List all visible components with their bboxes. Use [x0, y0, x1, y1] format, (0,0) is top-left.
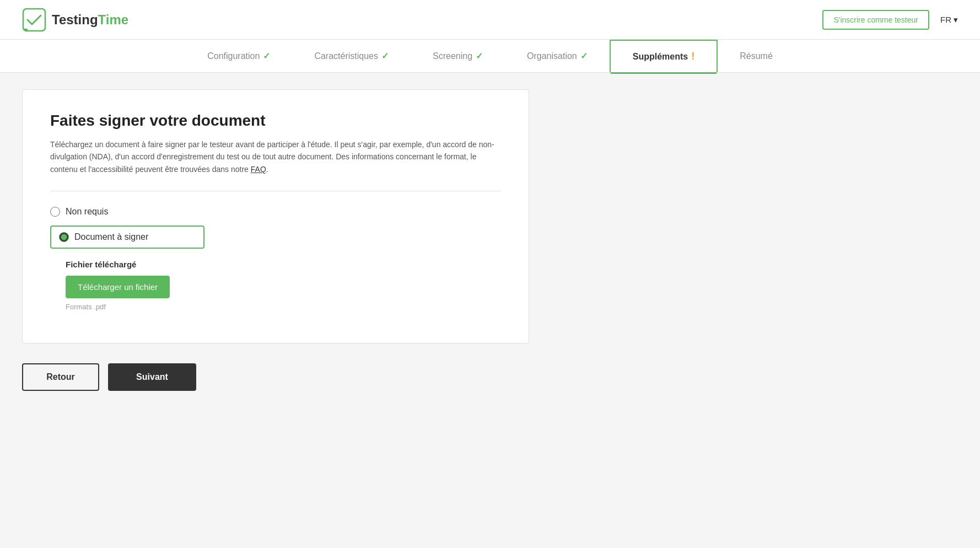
logo-icon — [22, 8, 46, 32]
option-document-signer[interactable]: Document à signer — [50, 225, 204, 249]
divider — [50, 191, 501, 191]
radio-non-requis[interactable] — [50, 207, 60, 217]
upload-button[interactable]: Télécharger un fichier — [66, 276, 170, 298]
header: TestingTime S'inscrire comme testeur FR … — [0, 0, 980, 40]
tab-configuration[interactable]: Configuration ✓ — [185, 40, 292, 72]
suivant-button[interactable]: Suivant — [108, 363, 196, 391]
nav-tabs: Configuration ✓ Caractéristiques ✓ Scree… — [0, 40, 980, 73]
tab-resume[interactable]: Résumé — [718, 40, 795, 72]
svg-rect-0 — [23, 9, 45, 31]
label-non-requis: Non requis — [66, 207, 108, 217]
check-icon-caracteristiques: ✓ — [381, 51, 389, 61]
tab-organisation[interactable]: Organisation ✓ — [505, 40, 610, 72]
faq-link[interactable]: FAQ — [251, 165, 266, 174]
content-card: Faites signer votre document Téléchargez… — [22, 89, 529, 343]
language-selector[interactable]: FR ▾ — [940, 15, 958, 25]
header-right: S'inscrire comme testeur FR ▾ — [822, 10, 958, 30]
file-section: Fichier téléchargé Télécharger un fichie… — [66, 260, 501, 311]
format-hint: Formats .pdf — [66, 303, 501, 311]
register-button[interactable]: S'inscrire comme testeur — [822, 10, 929, 30]
card-description: Téléchargez un document à faire signer p… — [50, 138, 501, 175]
check-icon-configuration: ✓ — [263, 51, 270, 61]
exclaim-icon-supplements: ! — [691, 51, 694, 62]
radio-document-signer[interactable] — [59, 232, 69, 242]
option-non-requis[interactable]: Non requis — [50, 207, 501, 217]
card-title: Faites signer votre document — [50, 112, 501, 130]
label-document-signer: Document à signer — [74, 232, 148, 242]
tab-caracteristiques[interactable]: Caractéristiques ✓ — [292, 40, 411, 72]
check-icon-screening: ✓ — [476, 51, 483, 61]
main-content: Faites signer votre document Téléchargez… — [0, 73, 980, 413]
logo: TestingTime — [22, 8, 128, 32]
tab-supplements[interactable]: Suppléments ! — [610, 40, 718, 72]
file-section-label: Fichier téléchargé — [66, 260, 501, 269]
retour-button[interactable]: Retour — [22, 363, 99, 391]
check-icon-organisation: ✓ — [580, 51, 588, 61]
bottom-actions: Retour Suivant — [22, 363, 196, 391]
logo-text: TestingTime — [52, 12, 128, 28]
tab-screening[interactable]: Screening ✓ — [411, 40, 505, 72]
